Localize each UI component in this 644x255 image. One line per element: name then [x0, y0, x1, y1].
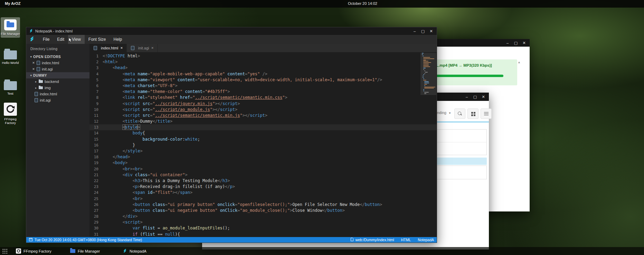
status-filepath[interactable]: web:/Dummy/index.html — [356, 238, 394, 242]
code-line-26[interactable]: 26 <button class="ui primary button" onc… — [89, 202, 437, 208]
minimize-icon[interactable]: – — [463, 94, 470, 100]
desktop-icon-ffmpeg-factory[interactable]: FFmpeg Factory — [1, 103, 20, 125]
code-line-1[interactable]: 1<!DOCTYPE html> — [89, 53, 437, 59]
minimap-viewport[interactable] — [420, 53, 436, 95]
close-icon[interactable]: ✕ — [521, 40, 528, 46]
scroll-up-icon[interactable]: ▲ — [518, 60, 521, 64]
tree-item-img[interactable]: ▸img — [26, 85, 89, 91]
maximize-icon[interactable]: ▢ — [419, 28, 426, 34]
code-line-5[interactable]: 5 <meta name="viewport" content="user-sc… — [89, 77, 437, 83]
menu-help[interactable]: Help — [110, 35, 126, 44]
menu-file[interactable]: File — [39, 35, 53, 44]
line-number: 30 — [89, 225, 103, 231]
notepada-logo-icon — [29, 28, 33, 34]
code-line-7[interactable]: 7 <meta name="theme-color" content="#4b7… — [89, 89, 437, 95]
line-number: 8 — [89, 95, 103, 101]
close-icon[interactable]: ✕ — [151, 46, 154, 50]
tree-item-init.agi[interactable]: ✕init.agi — [26, 66, 89, 72]
close-icon[interactable]: ✕ — [31, 61, 36, 65]
code-line-14[interactable]: 14 body{ — [89, 130, 437, 136]
code-text: } — [103, 142, 135, 148]
tree-item-index.html[interactable]: index.html — [26, 91, 89, 97]
tree-section-open-editors[interactable]: ▾OPEN EDITORS — [26, 54, 89, 60]
sort-order-dropdown[interactable]: nding▼ — [437, 111, 451, 115]
notepada-titlebar[interactable]: NotepadA - index.html – ▢ ✕ — [26, 27, 437, 35]
system-brand[interactable]: My ArOZ — [5, 1, 20, 6]
tree-item-index.html[interactable]: ✕index.html — [26, 60, 89, 66]
code-line-19[interactable]: 19 <body> — [89, 160, 437, 166]
line-number: 17 — [89, 148, 103, 154]
code-line-20[interactable]: 20 <br><br> — [89, 166, 437, 172]
code-line-10[interactable]: 10 <script src="../script/ao_module.js">… — [89, 107, 437, 113]
directory-sidebar: Directory Listing ▾OPEN EDITORS✕index.ht… — [26, 44, 89, 237]
list-view-icon — [484, 112, 489, 115]
minimap-mark — [424, 70, 425, 71]
code-text: <br> — [103, 196, 143, 202]
code-line-29[interactable]: 29 <script> — [89, 219, 437, 225]
code-line-22[interactable]: 22 <h3>This is a Dummy Testing Module</h… — [89, 178, 437, 184]
search-button[interactable] — [454, 108, 465, 119]
code-text: <title>Dummy</title> — [103, 119, 172, 124]
taskbar-item-file-manager[interactable]: File Manager — [70, 247, 100, 255]
code-line-16[interactable]: 16 } — [89, 142, 437, 148]
minimap-mark — [425, 72, 428, 73]
code-line-12[interactable]: 12 <title>Dummy</title> — [89, 119, 437, 124]
code-text: <html> — [103, 59, 117, 65]
tree-item-backend[interactable]: ▸backend — [26, 78, 89, 85]
code-line-24[interactable]: 24 <span id="flist"></span> — [89, 190, 437, 196]
status-language[interactable]: HTML — [401, 238, 411, 242]
line-number: 29 — [89, 219, 103, 225]
code-line-9[interactable]: 9 <script src="../script/jquery.min.js">… — [89, 101, 437, 107]
tree-item-label: img — [45, 86, 51, 90]
code-line-13[interactable]: 13 <style> — [89, 124, 437, 130]
close-icon[interactable]: ✕ — [428, 28, 435, 34]
menu-edit[interactable]: Edit — [53, 35, 68, 44]
code-line-28[interactable]: 28 </div> — [89, 214, 437, 219]
code-text: <!DOCTYPE html> — [103, 53, 140, 59]
code-line-11[interactable]: 11 <script src="../script/semantic/seman… — [89, 113, 437, 119]
code-line-18[interactable]: 18 </head> — [89, 154, 437, 160]
list-view-button[interactable] — [481, 108, 492, 119]
desktop-icon-file-manager[interactable]: File Manager — [1, 17, 20, 38]
code-line-27[interactable]: 27 <button class="ui negative button" on… — [89, 208, 437, 214]
close-icon[interactable]: ✕ — [120, 46, 123, 50]
code-editor[interactable]: 1<!DOCTYPE html>2<html>3 <head>4 <meta n… — [89, 52, 437, 237]
desktop-icon-label: Test — [1, 92, 20, 95]
code-line-31[interactable]: 31 if (flist == null){ — [89, 232, 437, 237]
code-line-8[interactable]: 8 <link rel="stylesheet" href="../script… — [89, 95, 437, 101]
maximize-icon[interactable]: ▢ — [472, 94, 479, 100]
tab-init.agi[interactable]: init.agi✕ — [127, 44, 158, 52]
code-line-30[interactable]: 30 var flist = ao_module_loadInputFiles(… — [89, 225, 437, 231]
code-line-3[interactable]: 3 <head> — [89, 65, 437, 71]
code-line-6[interactable]: 6 <meta charset="UTF-8"> — [89, 83, 437, 89]
minimap[interactable] — [422, 53, 435, 122]
minimize-icon[interactable]: – — [411, 28, 418, 34]
code-line-15[interactable]: 15 background-color:white; — [89, 136, 437, 142]
taskbar-item-notepada[interactable]: NotepadA — [123, 247, 146, 255]
tab-index.html[interactable]: index.html✕ — [89, 44, 127, 52]
desktop-icon-test[interactable]: Test — [1, 78, 20, 95]
close-icon[interactable]: ✕ — [480, 94, 487, 100]
code-text: <p>Received drag-in filelist (if any)</p… — [103, 184, 235, 190]
code-line-21[interactable]: 21 <div class="ui container"> — [89, 172, 437, 178]
close-icon[interactable]: ✕ — [31, 67, 36, 71]
menu-font-size[interactable]: Font Size — [85, 35, 110, 44]
desktop-icon-label: Hello World — [1, 61, 20, 65]
tree-section-dummy[interactable]: ▾DUMMY — [26, 72, 89, 78]
code-line-2[interactable]: 2<html> — [89, 59, 437, 65]
code-line-17[interactable]: 17 </style> — [89, 148, 437, 154]
grid-view-button[interactable] — [467, 108, 479, 119]
code-text: <script> — [103, 219, 143, 225]
taskbar-item-ffmpeg-factory[interactable]: FFmpeg Factory — [16, 247, 51, 255]
tree-item-init.agi[interactable]: init.agi — [26, 97, 89, 103]
desktop-icon-hello-world[interactable]: Hello World — [1, 48, 20, 65]
code-line-23[interactable]: 23 <p>Received drag-in filelist (if any)… — [89, 184, 437, 190]
line-number: 23 — [89, 184, 103, 190]
taskbar-item-label: NotepadA — [130, 249, 146, 253]
code-line-4[interactable]: 4 <meta name="apple-mobile-web-app-capab… — [89, 71, 437, 77]
apps-grid-icon[interactable] — [2, 248, 7, 254]
minimize-icon[interactable]: – — [504, 40, 511, 46]
code-text: <body> — [103, 160, 127, 166]
code-line-25[interactable]: 25 <br> — [89, 196, 437, 202]
maximize-icon[interactable]: ▢ — [512, 40, 519, 46]
